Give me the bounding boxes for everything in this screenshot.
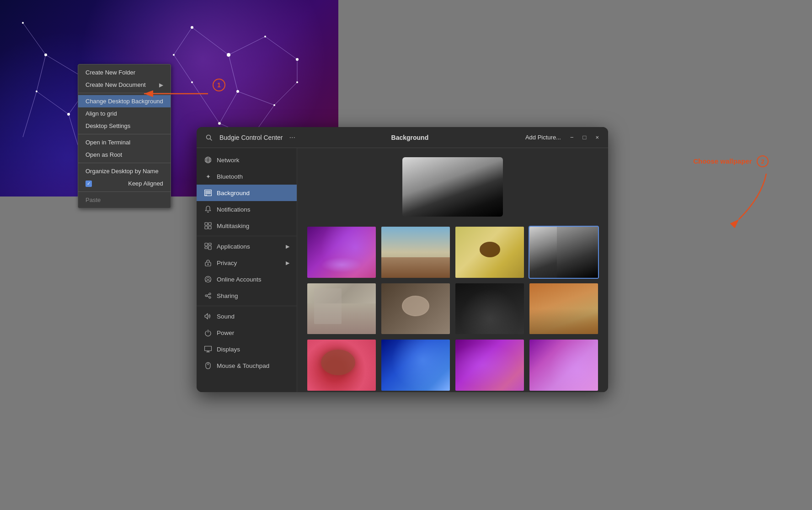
wallpaper-thumb-1[interactable] xyxy=(306,226,377,279)
power-icon xyxy=(204,329,212,337)
menu-dots-button[interactable]: ··· xyxy=(287,132,298,143)
sidebar-item-applications[interactable]: Applications ▶ xyxy=(197,238,297,255)
svg-point-20 xyxy=(191,26,193,29)
svg-point-62 xyxy=(209,293,211,295)
context-menu-sep-3 xyxy=(78,163,171,163)
context-menu-item-align-grid[interactable]: Align to grid xyxy=(78,107,171,120)
sidebar-item-displays[interactable]: Displays xyxy=(197,341,297,357)
privacy-arrow-icon: ▶ xyxy=(286,260,289,266)
svg-point-72 xyxy=(208,364,208,365)
sidebar-item-multitasking[interactable]: Multitasking xyxy=(197,218,297,234)
minimize-button[interactable]: − xyxy=(566,132,577,143)
sidebar-sep-2 xyxy=(197,306,297,306)
window-body: Network ✦ Bluetooth Background xyxy=(197,148,608,392)
sidebar-item-sound[interactable]: Sound xyxy=(197,308,297,324)
svg-point-23 xyxy=(296,58,299,61)
app-name-label: Budgie Control Center xyxy=(219,134,283,141)
context-menu-item-organize[interactable]: Organize Desktop by Name xyxy=(78,165,171,177)
svg-point-63 xyxy=(205,295,207,297)
sidebar-label-privacy: Privacy xyxy=(217,260,237,266)
wallpaper-thumb-2[interactable] xyxy=(380,226,451,279)
svg-rect-51 xyxy=(205,223,208,225)
sidebar-item-notifications[interactable]: Notifications xyxy=(197,201,297,218)
sidebar-item-mouse-touchpad[interactable]: Mouse & Touchpad xyxy=(197,357,297,374)
sidebar-sep-1 xyxy=(197,236,297,236)
sidebar-item-background[interactable]: Background xyxy=(197,185,297,201)
multitasking-icon xyxy=(204,222,212,230)
wallpaper-thumb-9[interactable] xyxy=(306,339,377,392)
context-menu-item-create-document[interactable]: Create New Document ▶ xyxy=(78,79,171,91)
sidebar-label-bluetooth: Bluetooth xyxy=(217,173,243,180)
mouse-icon xyxy=(204,361,212,370)
svg-point-31 xyxy=(22,22,24,24)
svg-line-12 xyxy=(192,82,219,123)
svg-line-5 xyxy=(274,82,297,105)
bluetooth-icon: ✦ xyxy=(204,172,212,181)
sidebar-item-online-accounts[interactable]: Online Accounts xyxy=(197,271,297,287)
svg-line-65 xyxy=(207,294,209,295)
preview-image xyxy=(402,157,503,217)
svg-rect-57 xyxy=(205,247,208,249)
context-menu-item-open-terminal[interactable]: Open in Terminal xyxy=(78,136,171,149)
svg-line-66 xyxy=(207,296,209,297)
wallpaper-thumb-5[interactable] xyxy=(306,282,377,335)
sidebar: Network ✦ Bluetooth Background xyxy=(197,148,297,392)
wallpaper-thumb-6[interactable] xyxy=(380,282,451,335)
context-menu-item-change-background[interactable]: Change Desktop Background xyxy=(78,95,171,107)
wallpaper-thumb-8[interactable] xyxy=(529,282,599,335)
svg-line-15 xyxy=(37,91,69,114)
displays-icon xyxy=(204,345,212,353)
close-button[interactable]: × xyxy=(592,132,603,143)
svg-rect-50 xyxy=(205,195,207,196)
wallpaper-thumb-12[interactable] xyxy=(529,339,599,392)
svg-rect-56 xyxy=(208,243,211,245)
sidebar-label-online-accounts: Online Accounts xyxy=(217,276,262,283)
wallpaper-thumb-10[interactable] xyxy=(380,339,451,392)
svg-line-11 xyxy=(174,55,192,82)
annotation-arrow-2 xyxy=(725,169,780,228)
sidebar-item-sharing[interactable]: Sharing xyxy=(197,287,297,304)
sidebar-item-privacy[interactable]: Privacy ▶ xyxy=(197,255,297,271)
sidebar-label-mouse-touchpad: Mouse & Touchpad xyxy=(217,362,269,369)
svg-rect-67 xyxy=(205,346,212,351)
privacy-icon xyxy=(204,259,212,267)
sidebar-item-bluetooth[interactable]: ✦ Bluetooth xyxy=(197,168,297,185)
context-menu: Create New Folder Create New Document ▶ … xyxy=(78,64,171,208)
svg-rect-58 xyxy=(208,246,211,250)
annotation-2-circle: 2 xyxy=(757,155,769,167)
context-menu-item-paste[interactable]: Paste xyxy=(78,194,171,206)
svg-rect-49 xyxy=(205,191,211,194)
sidebar-item-power[interactable]: Power xyxy=(197,324,297,341)
add-picture-button[interactable]: Add Picture... xyxy=(522,132,565,143)
context-menu-item-desktop-settings[interactable]: Desktop Settings xyxy=(78,120,171,132)
context-menu-item-open-root[interactable]: Open as Root xyxy=(78,149,171,161)
svg-rect-52 xyxy=(208,223,211,225)
wallpaper-thumb-11[interactable] xyxy=(454,339,525,392)
online-accounts-icon xyxy=(204,275,212,283)
wallpaper-thumb-7[interactable] xyxy=(454,282,525,335)
submenu-arrow-icon: ▶ xyxy=(159,82,163,88)
search-button[interactable] xyxy=(202,131,216,144)
maximize-button[interactable]: □ xyxy=(579,132,590,143)
svg-point-60 xyxy=(208,264,209,265)
svg-point-24 xyxy=(236,90,239,93)
svg-point-38 xyxy=(68,114,69,115)
sidebar-item-network[interactable]: Network xyxy=(197,152,297,168)
svg-line-1 xyxy=(229,37,265,55)
svg-point-33 xyxy=(36,90,37,92)
wallpaper-thumb-3[interactable] xyxy=(454,226,525,279)
context-menu-item-create-folder[interactable]: Create New Folder xyxy=(78,66,171,79)
sidebar-label-displays: Displays xyxy=(217,346,240,353)
sidebar-label-notifications: Notifications xyxy=(217,206,251,213)
wallpaper-thumb-4[interactable] xyxy=(529,226,599,279)
svg-line-14 xyxy=(37,55,46,91)
annotation-2-container: Choose wallpaper 2 xyxy=(693,155,769,167)
svg-point-27 xyxy=(218,122,221,125)
context-menu-item-keep-aligned[interactable]: ✓ Keep Aligned xyxy=(78,177,171,190)
notifications-icon xyxy=(204,205,212,213)
svg-point-32 xyxy=(44,53,47,56)
svg-line-7 xyxy=(219,91,238,123)
context-menu-sep-4 xyxy=(78,191,171,192)
sidebar-label-background: Background xyxy=(217,190,250,197)
check-icon: ✓ xyxy=(85,181,92,187)
